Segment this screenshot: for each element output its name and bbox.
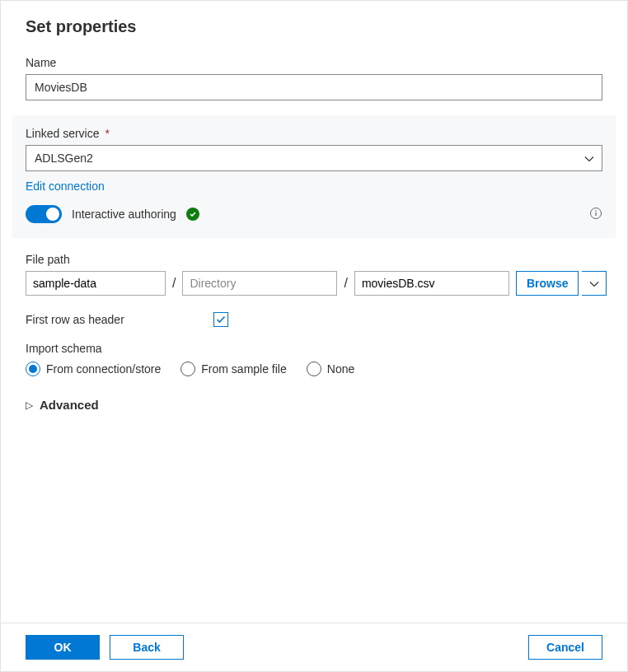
radio-icon	[26, 362, 40, 376]
chevron-right-icon: ▷	[26, 399, 33, 411]
advanced-label: Advanced	[40, 398, 99, 412]
filepath-directory-input[interactable]	[182, 271, 337, 296]
linked-service-label: Linked service *	[26, 127, 602, 140]
radio-label: From connection/store	[46, 362, 161, 376]
filepath-label: File path	[26, 253, 602, 266]
dialog-footer: OK Back Cancel	[1, 623, 627, 671]
required-asterisk: *	[105, 127, 109, 140]
ok-button[interactable]: OK	[26, 635, 100, 660]
radio-label: From sample file	[201, 362, 286, 376]
filepath-file-input[interactable]	[354, 271, 509, 296]
name-input[interactable]	[26, 74, 602, 100]
svg-rect-2	[595, 212, 596, 216]
linked-service-label-text: Linked service	[26, 127, 100, 140]
advanced-toggle[interactable]: ▷ Advanced	[26, 398, 602, 412]
import-schema-option-sample-file[interactable]: From sample file	[180, 362, 286, 376]
browse-button[interactable]: Browse	[516, 271, 579, 296]
linked-service-dropdown[interactable]: ADLSGen2	[26, 145, 602, 171]
import-schema-option-connection[interactable]: From connection/store	[26, 362, 161, 376]
interactive-authoring-label: Interactive authoring	[72, 208, 176, 221]
cancel-button[interactable]: Cancel	[528, 635, 602, 660]
first-row-header-label: First row as header	[26, 313, 124, 326]
path-separator: /	[172, 276, 176, 291]
linked-service-value: ADLSGen2	[35, 152, 93, 165]
checkmark-icon	[186, 208, 199, 221]
filepath-container-input[interactable]	[26, 271, 166, 296]
radio-icon	[180, 362, 195, 376]
name-label: Name	[26, 56, 602, 69]
first-row-header-checkbox[interactable]	[213, 312, 228, 327]
svg-point-1	[595, 210, 597, 212]
page-title: Set properties	[26, 17, 602, 36]
radio-label: None	[327, 362, 354, 376]
import-schema-option-none[interactable]: None	[307, 362, 354, 376]
info-icon[interactable]	[589, 207, 602, 222]
path-separator: /	[344, 276, 347, 291]
browse-dropdown-button[interactable]	[582, 271, 607, 296]
edit-connection-link[interactable]: Edit connection	[26, 180, 105, 193]
import-schema-label: Import schema	[26, 342, 602, 355]
linked-service-panel: Linked service * ADLSGen2 Edit connectio…	[12, 115, 616, 238]
back-button[interactable]: Back	[110, 635, 184, 660]
interactive-authoring-toggle[interactable]	[26, 205, 62, 223]
radio-icon	[307, 362, 321, 376]
chevron-down-icon	[589, 278, 599, 290]
